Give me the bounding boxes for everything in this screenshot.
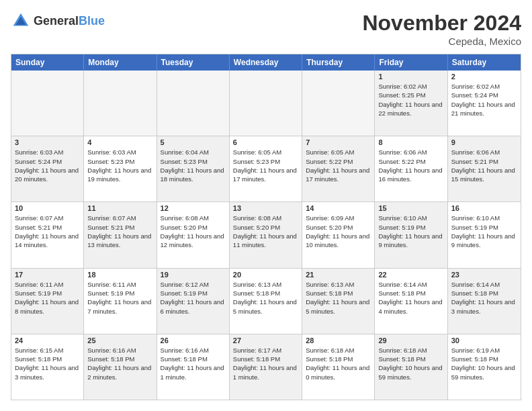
cal-cell: 16Sunrise: 6:10 AM Sunset: 5:19 PM Dayli… xyxy=(448,202,521,267)
cal-row: 10Sunrise: 6:07 AM Sunset: 5:21 PM Dayli… xyxy=(11,202,521,268)
day-number: 28 xyxy=(306,336,371,345)
day-info: Sunrise: 6:03 AM Sunset: 5:23 PM Dayligh… xyxy=(87,148,152,183)
day-info: Sunrise: 6:11 AM Sunset: 5:19 PM Dayligh… xyxy=(87,280,152,316)
page: GeneralBlue November 2024 Cepeda, Mexico… xyxy=(0,0,532,411)
day-info: Sunrise: 6:03 AM Sunset: 5:24 PM Dayligh… xyxy=(15,148,80,183)
day-number: 25 xyxy=(87,336,152,345)
day-info: Sunrise: 6:11 AM Sunset: 5:19 PM Dayligh… xyxy=(15,280,80,316)
cal-cell: 3Sunrise: 6:03 AM Sunset: 5:24 PM Daylig… xyxy=(11,136,84,201)
cal-cell: 7Sunrise: 6:05 AM Sunset: 5:22 PM Daylig… xyxy=(302,136,375,201)
cal-cell: 30Sunrise: 6:19 AM Sunset: 5:18 PM Dayli… xyxy=(448,334,521,400)
day-info: Sunrise: 6:07 AM Sunset: 5:21 PM Dayligh… xyxy=(87,214,152,249)
day-info: Sunrise: 6:16 AM Sunset: 5:18 PM Dayligh… xyxy=(161,346,226,381)
day-number: 29 xyxy=(378,336,443,345)
cal-cell: 28Sunrise: 6:18 AM Sunset: 5:18 PM Dayli… xyxy=(302,334,375,400)
day-number: 11 xyxy=(87,204,152,212)
cal-cell: 19Sunrise: 6:12 AM Sunset: 5:19 PM Dayli… xyxy=(157,269,230,334)
day-info: Sunrise: 6:06 AM Sunset: 5:22 PM Dayligh… xyxy=(378,148,443,183)
cal-cell xyxy=(84,71,157,136)
month-title: November 2024 xyxy=(362,11,521,36)
cal-cell: 14Sunrise: 6:09 AM Sunset: 5:20 PM Dayli… xyxy=(302,202,375,267)
cal-cell: 15Sunrise: 6:10 AM Sunset: 5:19 PM Dayli… xyxy=(375,202,447,267)
day-info: Sunrise: 6:17 AM Sunset: 5:18 PM Dayligh… xyxy=(233,346,298,381)
day-number: 2 xyxy=(451,73,517,81)
cal-cell: 4Sunrise: 6:03 AM Sunset: 5:23 PM Daylig… xyxy=(84,136,157,201)
day-info: Sunrise: 6:08 AM Sunset: 5:20 PM Dayligh… xyxy=(233,214,298,249)
day-number: 18 xyxy=(87,271,152,279)
day-number: 14 xyxy=(306,204,371,212)
day-info: Sunrise: 6:09 AM Sunset: 5:20 PM Dayligh… xyxy=(306,214,371,249)
cal-cell: 10Sunrise: 6:07 AM Sunset: 5:21 PM Dayli… xyxy=(11,202,84,267)
cal-header-cell: Sunday xyxy=(11,54,84,71)
day-number: 21 xyxy=(306,271,371,279)
day-info: Sunrise: 6:05 AM Sunset: 5:23 PM Dayligh… xyxy=(233,148,298,183)
day-number: 30 xyxy=(451,336,517,345)
day-number: 27 xyxy=(233,336,298,345)
logo: GeneralBlue xyxy=(11,11,105,31)
cal-cell: 18Sunrise: 6:11 AM Sunset: 5:19 PM Dayli… xyxy=(84,269,157,334)
cal-cell xyxy=(230,71,302,136)
day-info: Sunrise: 6:16 AM Sunset: 5:18 PM Dayligh… xyxy=(87,346,152,381)
cal-cell: 5Sunrise: 6:04 AM Sunset: 5:23 PM Daylig… xyxy=(157,136,230,201)
day-number: 19 xyxy=(161,271,226,279)
day-info: Sunrise: 6:14 AM Sunset: 5:18 PM Dayligh… xyxy=(378,280,443,316)
day-number: 8 xyxy=(378,138,443,146)
cal-header-cell: Thursday xyxy=(302,54,375,71)
day-number: 4 xyxy=(87,138,152,146)
cal-cell: 23Sunrise: 6:14 AM Sunset: 5:18 PM Dayli… xyxy=(448,269,521,334)
day-number: 26 xyxy=(161,336,226,345)
cal-cell: 1Sunrise: 6:02 AM Sunset: 5:25 PM Daylig… xyxy=(375,71,447,136)
day-number: 23 xyxy=(451,271,517,279)
day-info: Sunrise: 6:18 AM Sunset: 5:18 PM Dayligh… xyxy=(378,346,443,381)
cal-cell: 17Sunrise: 6:11 AM Sunset: 5:19 PM Dayli… xyxy=(11,269,84,334)
day-info: Sunrise: 6:02 AM Sunset: 5:25 PM Dayligh… xyxy=(378,82,443,118)
cal-cell: 12Sunrise: 6:08 AM Sunset: 5:20 PM Dayli… xyxy=(157,202,230,267)
logo-text-general: GeneralBlue xyxy=(34,14,105,28)
cal-header-cell: Friday xyxy=(375,54,447,71)
day-info: Sunrise: 6:10 AM Sunset: 5:19 PM Dayligh… xyxy=(378,214,443,249)
cal-row: 17Sunrise: 6:11 AM Sunset: 5:19 PM Dayli… xyxy=(11,269,521,334)
day-number: 3 xyxy=(15,138,80,146)
day-info: Sunrise: 6:05 AM Sunset: 5:22 PM Dayligh… xyxy=(306,148,371,183)
cal-row: 3Sunrise: 6:03 AM Sunset: 5:24 PM Daylig… xyxy=(11,136,521,202)
day-number: 9 xyxy=(451,138,517,146)
cal-cell: 13Sunrise: 6:08 AM Sunset: 5:20 PM Dayli… xyxy=(230,202,302,267)
cal-cell: 24Sunrise: 6:15 AM Sunset: 5:18 PM Dayli… xyxy=(11,334,84,400)
day-number: 24 xyxy=(15,336,80,345)
day-number: 15 xyxy=(378,204,443,212)
day-number: 7 xyxy=(306,138,371,146)
cal-cell: 20Sunrise: 6:13 AM Sunset: 5:18 PM Dayli… xyxy=(230,269,302,334)
day-number: 6 xyxy=(233,138,298,146)
cal-header-cell: Wednesday xyxy=(230,54,302,71)
cal-cell: 27Sunrise: 6:17 AM Sunset: 5:18 PM Dayli… xyxy=(230,334,302,400)
cal-header-cell: Tuesday xyxy=(157,54,230,71)
day-number: 22 xyxy=(378,271,443,279)
calendar: SundayMondayTuesdayWednesdayThursdayFrid… xyxy=(11,54,521,400)
title-section: November 2024 Cepeda, Mexico xyxy=(362,11,521,47)
logo-icon xyxy=(11,11,31,31)
day-info: Sunrise: 6:12 AM Sunset: 5:19 PM Dayligh… xyxy=(161,280,226,316)
day-info: Sunrise: 6:19 AM Sunset: 5:18 PM Dayligh… xyxy=(451,346,517,381)
day-info: Sunrise: 6:15 AM Sunset: 5:18 PM Dayligh… xyxy=(15,346,80,381)
day-number: 12 xyxy=(161,204,226,212)
calendar-header: SundayMondayTuesdayWednesdayThursdayFrid… xyxy=(11,54,521,71)
day-info: Sunrise: 6:13 AM Sunset: 5:18 PM Dayligh… xyxy=(306,280,371,316)
cal-cell: 26Sunrise: 6:16 AM Sunset: 5:18 PM Dayli… xyxy=(157,334,230,400)
header: GeneralBlue November 2024 Cepeda, Mexico xyxy=(11,11,521,47)
day-info: Sunrise: 6:08 AM Sunset: 5:20 PM Dayligh… xyxy=(161,214,226,249)
calendar-body: 1Sunrise: 6:02 AM Sunset: 5:25 PM Daylig… xyxy=(11,71,521,400)
cal-cell: 21Sunrise: 6:13 AM Sunset: 5:18 PM Dayli… xyxy=(302,269,375,334)
cal-cell xyxy=(302,71,375,136)
cal-cell: 8Sunrise: 6:06 AM Sunset: 5:22 PM Daylig… xyxy=(375,136,447,201)
day-number: 13 xyxy=(233,204,298,212)
day-info: Sunrise: 6:04 AM Sunset: 5:23 PM Dayligh… xyxy=(161,148,226,183)
day-number: 1 xyxy=(378,73,443,81)
cal-row: 1Sunrise: 6:02 AM Sunset: 5:25 PM Daylig… xyxy=(11,71,521,136)
cal-header-cell: Monday xyxy=(84,54,157,71)
cal-cell: 2Sunrise: 6:02 AM Sunset: 5:24 PM Daylig… xyxy=(448,71,521,136)
cal-cell: 22Sunrise: 6:14 AM Sunset: 5:18 PM Dayli… xyxy=(375,269,447,334)
cal-cell: 9Sunrise: 6:06 AM Sunset: 5:21 PM Daylig… xyxy=(448,136,521,201)
day-info: Sunrise: 6:13 AM Sunset: 5:18 PM Dayligh… xyxy=(233,280,298,316)
cal-cell: 11Sunrise: 6:07 AM Sunset: 5:21 PM Dayli… xyxy=(84,202,157,267)
cal-header-cell: Saturday xyxy=(448,54,521,71)
